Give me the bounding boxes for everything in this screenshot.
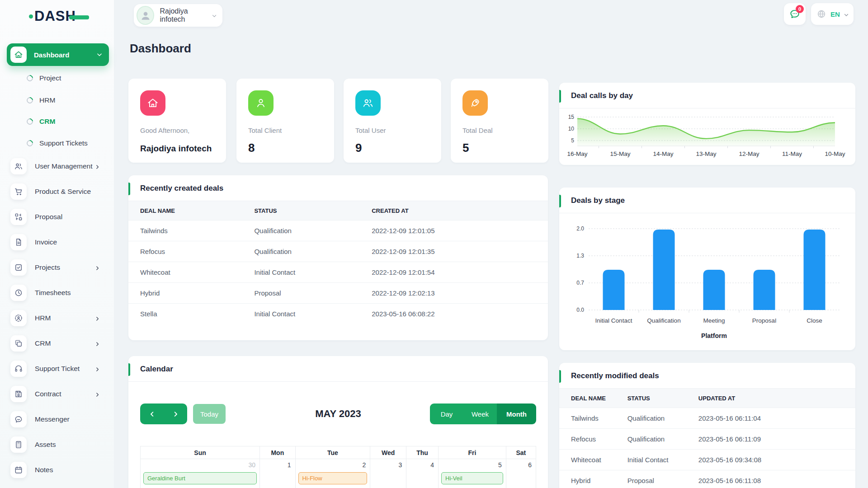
sidebar-item-invoice[interactable]: Invoice (0, 232, 114, 253)
calendar-day-cell[interactable]: 5 Hi-Veil (439, 459, 506, 488)
table-cell: 2023-05-16 06:11:04 (698, 408, 855, 429)
calendar-day-cell[interactable]: 4 (406, 459, 439, 488)
sidebar-item-product-service[interactable]: Product & Service (0, 181, 114, 202)
table-cell: Initial Contact (254, 304, 372, 324)
sidebar-item-messenger[interactable]: Messenger (0, 409, 114, 430)
calendar-day-cell[interactable]: 2 Hi-Flow (295, 459, 370, 488)
svg-text:11-May: 11-May (782, 150, 802, 157)
date-number: 2 (296, 460, 370, 469)
recently-created-deals-table: DEAL NAMESTATUSCREATED AT TailwindsQuali… (128, 201, 548, 324)
today-button[interactable]: Today (193, 404, 226, 424)
sidebar-item-label: Projects (35, 263, 60, 272)
calendar-view-switcher: DayWeekMonth (430, 404, 536, 424)
sidebar-item-hrm[interactable]: HRM (0, 308, 114, 328)
sidebar-subitem-project[interactable]: Project (0, 73, 61, 83)
calendar-week-row: 30 Geraldine Burt 1 2 Hi-Flow 3 4 5 Hi-V… (141, 459, 536, 488)
sidebar-item-label: CRM (35, 339, 51, 347)
calendar-event[interactable]: Geraldine Burt (143, 472, 257, 484)
prev-month-button[interactable] (140, 404, 164, 424)
svg-text:10: 10 (568, 126, 575, 132)
bullet-icon (25, 117, 34, 126)
calendar-view-week[interactable]: Week (463, 404, 497, 424)
calendar-card: Calendar Today MAY 2023 DayWeekMonth Sun… (128, 356, 548, 488)
messages-button[interactable]: 0 (784, 3, 806, 25)
calendar-day-cell[interactable]: 6 (506, 459, 536, 488)
sidebar: DASH Dashboard Project HRM CRM Support T… (0, 0, 114, 488)
cart-icon (10, 183, 27, 200)
table-row: TailwindsQualification2023-05-16 06:11:0… (559, 408, 855, 429)
stat-value: 9 (355, 141, 362, 155)
table-cell: 2022-12-09 12:01:05 (372, 221, 548, 241)
invoice-icon (10, 234, 27, 250)
table-row: HybridProposal2022-12-09 12:02:13 (128, 283, 548, 304)
sidebar-item-projects[interactable]: Projects (0, 257, 114, 278)
next-month-button[interactable] (164, 404, 187, 424)
day-header: Sun (141, 446, 260, 459)
sidebar-subitem-crm[interactable]: CRM (0, 117, 55, 127)
table-cell: 2022-12-09 12:02:13 (372, 283, 548, 304)
calendar-view-month[interactable]: Month (497, 404, 536, 424)
calendar-day-cell[interactable]: 30 Geraldine Burt (141, 459, 260, 488)
svg-text:15: 15 (568, 114, 575, 120)
column-header: STATUS (627, 389, 698, 408)
chevron-right-icon (94, 366, 100, 372)
table-cell: Refocus (128, 241, 254, 262)
sidebar-item-support-ticket[interactable]: Support Ticket (0, 358, 114, 379)
deals-by-stage-card: Deals by stage 0.00.71.32.0Initial Conta… (559, 188, 855, 350)
divider (128, 381, 548, 382)
recently-modified-deals-table: DEAL NAMESTATUSUPDATED AT TailwindsQuali… (559, 389, 855, 488)
bullet-icon (25, 74, 34, 83)
sidebar-item-contract[interactable]: Contract (0, 384, 114, 404)
calendar-view-day[interactable]: Day (430, 404, 463, 424)
date-number: 6 (507, 460, 535, 469)
calendar-day-cell[interactable]: 3 (370, 459, 406, 488)
bullet-icon (25, 139, 34, 148)
company-name: Rajodiya infotech (160, 7, 211, 23)
svg-text:2.0: 2.0 (576, 225, 584, 232)
users-icon (10, 158, 27, 174)
table-row: HybridProposal2023-05-16 06:11:08 (559, 470, 855, 488)
svg-text:Meeting: Meeting (703, 317, 725, 324)
table-cell: Tailwinds (559, 408, 627, 429)
table-cell: Qualification (254, 221, 372, 241)
table-cell: Refocus (559, 429, 627, 450)
sidebar-subitem-hrm[interactable]: HRM (0, 95, 55, 105)
sidebar-item-dashboard[interactable]: Dashboard (7, 43, 109, 66)
stat-card-total-deal: Total Deal 5 (451, 79, 548, 163)
sidebar-item-user-management[interactable]: User Management (0, 156, 114, 177)
language-selector[interactable]: EN (811, 3, 854, 25)
chevron-right-icon (94, 265, 100, 271)
sidebar-item-assets[interactable]: Assets (0, 434, 114, 455)
sidebar-item-label: HRM (35, 314, 51, 322)
logo-dot-icon (29, 14, 33, 19)
sidebar-item-label: Product & Service (35, 188, 91, 196)
table-cell: Whitecoat (559, 450, 627, 470)
stat-label: Good Afternoon, (140, 127, 189, 134)
sidebar-item-label: Support Ticket (35, 365, 80, 373)
sidebar-item-crm[interactable]: CRM (0, 333, 114, 354)
sidebar-item-proposal[interactable]: Proposal (0, 206, 114, 227)
company-selector[interactable]: Rajodiya infotech (134, 4, 222, 27)
card-title: Deals by stage (559, 188, 855, 213)
sidebar-item-timesheets[interactable]: Timesheets (0, 282, 114, 303)
globe-icon (816, 9, 826, 19)
chevron-right-icon (94, 341, 100, 347)
sidebar-item-label: Dashboard (34, 51, 69, 59)
table-cell: 2022-12-09 12:01:35 (372, 241, 548, 262)
sidebar-subitem-support-tickets[interactable]: Support Tickets (0, 138, 88, 148)
table-cell: Stella (128, 304, 254, 324)
svg-text:5: 5 (571, 137, 574, 144)
deal-calls-area-chart: 5101516-May15-May14-May13-May12-May11-Ma… (564, 111, 851, 165)
divider (559, 213, 855, 213)
calendar-day-cell[interactable]: 1 (260, 459, 296, 488)
table-cell: Hybrid (559, 470, 627, 488)
table-cell: 2022-12-09 12:01:54 (372, 262, 548, 283)
sidebar-item-notes[interactable]: Notes (0, 460, 114, 480)
sidebar-item-label: Notes (35, 466, 53, 474)
calendar-event[interactable]: Hi-Veil (441, 472, 503, 484)
sidebar-subitem-label: CRM (39, 117, 55, 126)
table-cell: Whitecoat (128, 262, 254, 283)
calendar-event[interactable]: Hi-Flow (298, 472, 368, 484)
app-logo[interactable]: DASH (29, 8, 89, 24)
stat-label: Total Deal (462, 127, 493, 134)
